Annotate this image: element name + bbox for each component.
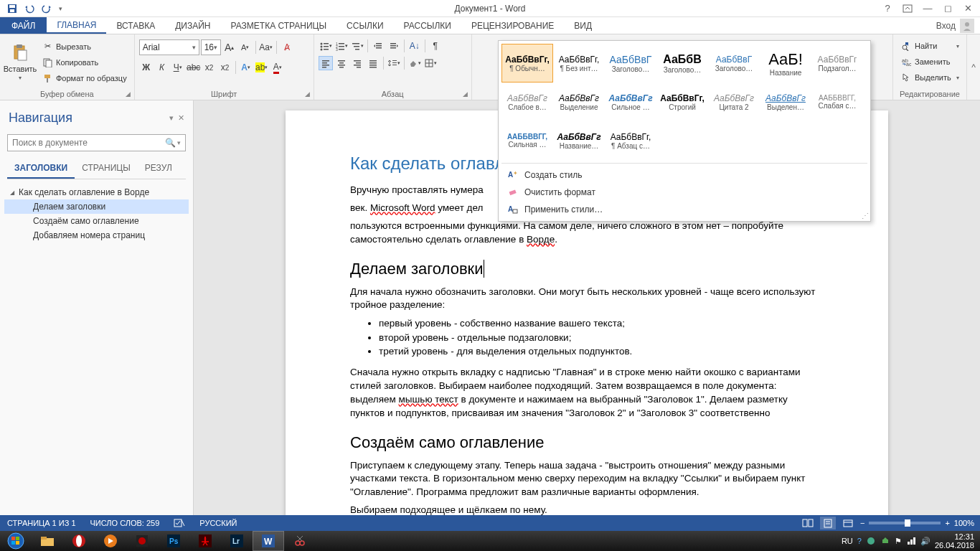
style-item[interactable]: АаБбВвГг,¶ Абзац с…	[605, 121, 656, 160]
outdent-button[interactable]	[371, 39, 385, 53]
clipboard-launcher[interactable]: ◢	[124, 90, 133, 98]
tab-insert[interactable]: ВСТАВКА	[106, 17, 165, 34]
start-button[interactable]	[0, 531, 32, 551]
status-page[interactable]: СТРАНИЦА 1 ИЗ 1	[0, 519, 83, 527]
tree-item[interactable]: Добавляем номера страниц	[4, 228, 189, 242]
style-item[interactable]: АаБбВвГгСлабое в…	[501, 83, 553, 121]
align-left-button[interactable]	[319, 56, 333, 70]
shading-button[interactable]: ▾	[407, 56, 422, 70]
zoom-slider[interactable]	[869, 522, 941, 524]
change-case-button[interactable]: Aa▾	[259, 40, 273, 55]
text-effects-button[interactable]: A▾	[239, 60, 253, 75]
tb-clock[interactable]: 12:31 26.04.2018	[935, 532, 974, 550]
shrink-font-button[interactable]: A▾	[238, 40, 253, 55]
tab-view[interactable]: ВИД	[564, 17, 602, 34]
bold-button[interactable]: Ж	[139, 60, 154, 75]
zoom-out[interactable]: −	[860, 519, 864, 527]
maximize-button[interactable]: ◻	[938, 1, 957, 16]
style-item[interactable]: АаБ!Название	[760, 44, 811, 83]
tab-layout[interactable]: РАЗМЕТКА СТРАНИЦЫ	[221, 17, 337, 34]
font-name-combo[interactable]: Arial▾	[139, 39, 199, 55]
style-item[interactable]: АаБбВЗаголово…	[656, 44, 708, 83]
tb-lang[interactable]: RU	[842, 537, 853, 545]
style-item[interactable]: АаБбВвГЗаголово…	[708, 44, 760, 83]
multilevel-button[interactable]: ▾	[350, 39, 364, 53]
tb-media[interactable]	[95, 531, 126, 551]
strike-button[interactable]: abc	[187, 60, 201, 75]
nav-tab-results[interactable]: РЕЗУЛ	[138, 159, 179, 179]
select-button[interactable]: Выделить▾	[897, 70, 962, 85]
view-web[interactable]	[840, 517, 856, 529]
tb-opera[interactable]	[63, 531, 95, 551]
create-style-action[interactable]: A✦Создать стиль	[501, 166, 867, 184]
status-lang[interactable]: РУССКИЙ	[192, 519, 244, 527]
tab-references[interactable]: ССЫЛКИ	[336, 17, 393, 34]
font-size-combo[interactable]: 16▾	[201, 39, 221, 55]
tb-photoshop[interactable]: Ps	[158, 531, 189, 551]
nav-search[interactable]: 🔍 ▾	[7, 134, 186, 151]
highlight-button[interactable]: ab▾	[255, 60, 269, 75]
apply-styles-action[interactable]: AПрименить стили…	[501, 201, 867, 218]
qat-customize[interactable]: ▾	[56, 1, 65, 16]
show-marks-button[interactable]: ¶	[428, 39, 443, 53]
replace-button[interactable]: abacЗаменить	[897, 55, 962, 69]
undo-button[interactable]	[22, 1, 37, 16]
paste-button[interactable]: Вставить ▾	[4, 36, 36, 88]
redo-button[interactable]	[39, 1, 55, 16]
search-icon[interactable]: 🔍	[165, 138, 176, 148]
clear-format-action[interactable]: Очистить формат	[501, 184, 867, 201]
user-icon[interactable]	[960, 19, 974, 33]
style-item[interactable]: АаБбВвГгСильное …	[605, 83, 656, 121]
tab-design[interactable]: ДИЗАЙН	[165, 17, 220, 34]
tb-flag-icon[interactable]: ⚑	[895, 537, 902, 546]
nav-search-input[interactable]	[12, 138, 165, 148]
tree-heading-1[interactable]: Как сделать оглавление в Ворде	[4, 185, 189, 199]
nav-tab-headings[interactable]: ЗАГОЛОВКИ	[7, 159, 75, 179]
nav-close[interactable]: ✕	[178, 113, 184, 123]
save-button[interactable]	[4, 1, 20, 16]
tab-home[interactable]: ГЛАВНАЯ	[47, 17, 106, 34]
resize-grip[interactable]: ⋰	[862, 212, 869, 220]
nav-pin[interactable]: ▾	[169, 113, 174, 123]
tb-volume-icon[interactable]: 🔊	[920, 537, 930, 546]
close-button[interactable]: ✕	[958, 1, 977, 16]
style-item[interactable]: АаБбВвГг,¶ Обычн…	[501, 44, 553, 83]
ribbon-display-button[interactable]	[898, 1, 917, 16]
underline-button[interactable]: Ч▾	[171, 60, 185, 75]
view-read[interactable]	[800, 517, 816, 529]
borders-button[interactable]: ▾	[423, 56, 438, 70]
tb-acrobat[interactable]	[189, 531, 221, 551]
sort-button[interactable]: A↓	[407, 39, 422, 53]
tb-help-icon[interactable]: ?	[857, 537, 862, 545]
font-color-button[interactable]: A▾	[270, 60, 285, 75]
zoom-in[interactable]: +	[945, 519, 949, 527]
style-item[interactable]: АаБбВвГг,Строгий	[656, 83, 708, 121]
italic-button[interactable]: К	[155, 60, 169, 75]
find-button[interactable]: Найти▾	[897, 39, 962, 53]
line-spacing-button[interactable]: ▾	[387, 56, 401, 70]
minimize-button[interactable]: —	[918, 1, 937, 16]
tree-item[interactable]: Делаем заголовки	[4, 199, 189, 214]
help-button[interactable]: ?	[878, 1, 897, 16]
style-item[interactable]: АаБбВвГЗаголово…	[605, 44, 656, 83]
grow-font-button[interactable]: A▴	[222, 40, 237, 55]
style-item[interactable]: АаБбВвГгЦитата 2	[708, 83, 760, 121]
status-proofing[interactable]	[166, 518, 192, 528]
style-item[interactable]: АаБбВвГгПодзагол…	[811, 44, 863, 83]
collapse-ribbon-button[interactable]: ^	[967, 34, 980, 100]
superscript-button[interactable]: x2	[218, 60, 232, 75]
tb-tray-icon[interactable]	[866, 536, 876, 546]
zoom-label[interactable]: 100%	[954, 519, 974, 527]
tb-word[interactable]: W	[253, 531, 284, 551]
tb-explorer[interactable]	[32, 531, 63, 551]
style-item[interactable]: ААББВВГГ,Сильная …	[501, 121, 553, 160]
login-link[interactable]: Вход	[936, 21, 956, 31]
tab-review[interactable]: РЕЦЕНЗИРОВАНИЕ	[461, 17, 564, 34]
bullets-button[interactable]: ▾	[319, 39, 333, 53]
align-right-button[interactable]	[350, 56, 364, 70]
tb-safe-remove-icon[interactable]	[880, 536, 890, 546]
nav-tab-pages[interactable]: СТРАНИЦЫ	[75, 159, 138, 179]
tb-app-red[interactable]	[126, 531, 158, 551]
font-launcher[interactable]: ◢	[303, 90, 312, 98]
clear-format-button[interactable]: A̷	[280, 40, 294, 55]
